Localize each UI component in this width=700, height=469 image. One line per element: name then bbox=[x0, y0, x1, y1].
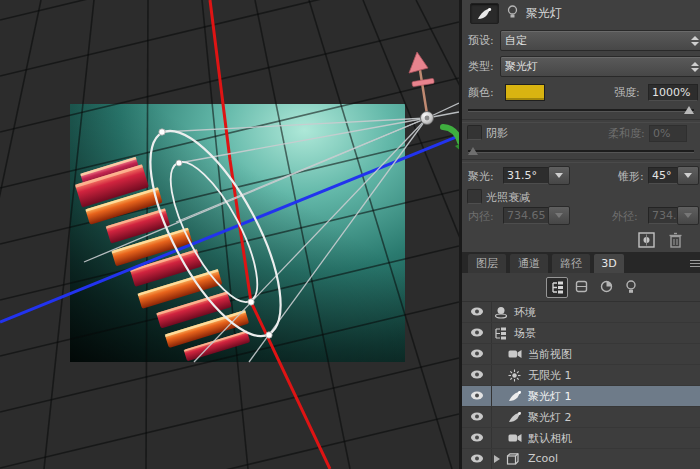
hotspot-label: 聚光: bbox=[468, 169, 494, 184]
eye-icon[interactable] bbox=[470, 327, 484, 338]
widget-shaft bbox=[420, 70, 427, 114]
camera-icon bbox=[508, 348, 522, 360]
materials-filter-icon[interactable] bbox=[596, 277, 616, 296]
outer-radius-label: 外径: bbox=[612, 209, 638, 224]
inner-radius-spinner-button bbox=[548, 206, 570, 225]
move-light-to-view-button[interactable] bbox=[638, 232, 655, 248]
softness-field: 0% bbox=[649, 125, 687, 142]
eye-icon[interactable] bbox=[470, 453, 484, 464]
eye-icon[interactable] bbox=[470, 390, 484, 401]
inner-radius-field: 734.65 bbox=[503, 207, 551, 224]
spotlight-widget[interactable] bbox=[409, 52, 459, 152]
column-divider bbox=[491, 386, 492, 406]
color-label: 颜色: bbox=[468, 85, 494, 100]
spot-light-icon bbox=[508, 411, 522, 423]
hotspot-field[interactable]: 31.5° bbox=[503, 167, 551, 184]
panel-tab-bar: 图层 通道 路径 3D bbox=[462, 252, 700, 273]
type-value: 聚光灯 bbox=[505, 59, 687, 74]
preset-value: 自定 bbox=[505, 33, 687, 48]
3d-filter-bar bbox=[462, 273, 700, 302]
column-divider bbox=[491, 344, 492, 364]
cone-spinner-button[interactable] bbox=[677, 166, 699, 185]
scene-item-label: 当前视图 bbox=[528, 347, 572, 362]
spot-light-tool-button[interactable] bbox=[470, 3, 499, 24]
inner-radius-label: 内径: bbox=[468, 209, 494, 224]
trash-icon bbox=[668, 232, 683, 248]
column-divider bbox=[491, 407, 492, 427]
intensity-slider[interactable] bbox=[468, 109, 694, 112]
softness-slider-thumb bbox=[468, 147, 478, 155]
panel-title: 聚光灯 bbox=[526, 5, 562, 22]
chevron-updown-icon bbox=[691, 36, 699, 46]
intensity-field[interactable]: 1000% bbox=[648, 84, 698, 101]
scene-filter-icon[interactable] bbox=[546, 277, 568, 298]
type-label: 类型: bbox=[468, 59, 494, 74]
tab-layers[interactable]: 图层 bbox=[468, 254, 506, 273]
scene-item-label: 场景 bbox=[514, 326, 536, 341]
photoshop-3d-workspace: 聚光灯 预设: 自定 类型: 聚光灯 颜色: 强度: 1000% 阴影 柔和度:… bbox=[0, 0, 700, 469]
rotate-arrow-icon[interactable] bbox=[409, 52, 428, 73]
scene-item-label: 默认相机 bbox=[528, 431, 572, 446]
scene-item-label: 无限光 1 bbox=[528, 368, 572, 383]
eye-icon[interactable] bbox=[470, 411, 484, 422]
camera-icon bbox=[508, 432, 522, 444]
preset-select[interactable]: 自定 bbox=[500, 30, 700, 51]
scene-item-spot-light-1[interactable]: 聚光灯 1 bbox=[462, 386, 700, 407]
chevron-updown-icon bbox=[691, 62, 699, 72]
scene-item-label: 聚光灯 2 bbox=[528, 410, 572, 425]
outer-radius-spinner-button bbox=[677, 206, 699, 225]
eye-icon[interactable] bbox=[470, 348, 484, 359]
scene-item-label: 聚光灯 1 bbox=[528, 389, 572, 404]
column-divider bbox=[491, 428, 492, 448]
falloff-checkbox[interactable] bbox=[467, 189, 482, 204]
environment-icon bbox=[494, 306, 508, 319]
hotspot-spinner-button[interactable] bbox=[548, 166, 570, 185]
light-bulb-icon bbox=[506, 5, 519, 19]
shadow-checkbox[interactable] bbox=[467, 125, 482, 140]
panel-menu-icon[interactable] bbox=[690, 258, 700, 269]
sphere-core bbox=[425, 116, 430, 121]
tab-paths[interactable]: 路径 bbox=[552, 254, 590, 273]
intensity-label: 强度: bbox=[614, 85, 640, 100]
column-divider bbox=[491, 365, 492, 385]
3d-viewport[interactable] bbox=[0, 0, 459, 469]
scene-item-current-view[interactable]: 当前视图 bbox=[462, 344, 700, 365]
viewport-scene bbox=[0, 0, 459, 469]
separator bbox=[462, 159, 700, 163]
scene-item-label: Zcool bbox=[528, 452, 558, 465]
light-color-swatch[interactable] bbox=[505, 84, 545, 101]
falloff-label: 光照衰减 bbox=[486, 190, 530, 205]
spot-light-tool-icon bbox=[477, 7, 492, 20]
separator bbox=[462, 119, 700, 123]
scene-item-zcool[interactable]: Zcool bbox=[462, 449, 700, 469]
properties-panel: 聚光灯 预设: 自定 类型: 聚光灯 颜色: 强度: 1000% 阴影 柔和度:… bbox=[462, 0, 700, 469]
softness-label: 柔和度: bbox=[608, 126, 645, 141]
delete-button[interactable] bbox=[668, 232, 683, 248]
meshes-filter-icon[interactable] bbox=[571, 277, 591, 296]
column-divider bbox=[491, 302, 492, 322]
preset-label: 预设: bbox=[468, 33, 494, 48]
expand-arrow-icon[interactable] bbox=[494, 455, 500, 463]
tab-3d[interactable]: 3D bbox=[594, 254, 624, 273]
infinite-light-icon bbox=[508, 369, 521, 382]
eye-icon[interactable] bbox=[470, 369, 484, 380]
spot-light-icon bbox=[508, 390, 522, 402]
3d-scene-list: 环境 场景 当前视图 无限光 bbox=[462, 302, 700, 469]
eye-icon[interactable] bbox=[470, 306, 484, 317]
cone-label: 锥形: bbox=[618, 169, 644, 184]
eye-icon[interactable] bbox=[470, 432, 484, 443]
scene-item-scene[interactable]: 场景 bbox=[462, 323, 700, 344]
scene-item-infinite-light-1[interactable]: 无限光 1 bbox=[462, 365, 700, 386]
type-select[interactable]: 聚光灯 bbox=[500, 56, 700, 77]
intensity-slider-thumb[interactable] bbox=[684, 106, 694, 114]
move-light-to-view-icon bbox=[638, 232, 655, 248]
lights-filter-icon[interactable] bbox=[621, 277, 641, 296]
scene-item-environment[interactable]: 环境 bbox=[462, 302, 700, 323]
scene-item-spot-light-2[interactable]: 聚光灯 2 bbox=[462, 407, 700, 428]
tab-channels[interactable]: 通道 bbox=[510, 254, 548, 273]
scene-icon bbox=[494, 327, 507, 340]
mesh-icon bbox=[506, 453, 519, 466]
3d-scene-panel: 环境 场景 当前视图 无限光 bbox=[462, 273, 700, 469]
column-divider bbox=[491, 323, 492, 343]
scene-item-default-camera[interactable]: 默认相机 bbox=[462, 428, 700, 449]
